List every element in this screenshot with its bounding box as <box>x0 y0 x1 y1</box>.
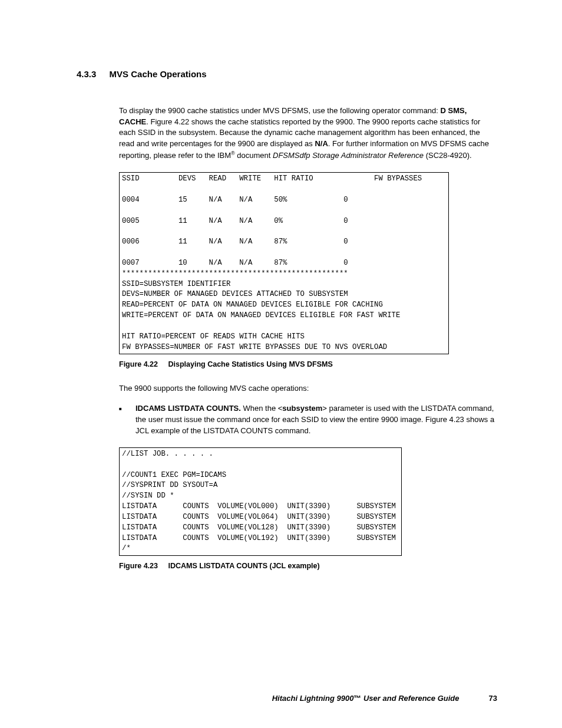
bullet-text: IDCAMS LISTDATA COUNTS. When the <subsys… <box>135 403 497 437</box>
registered-symbol: ® <box>231 150 235 156</box>
figure-caption-2: Figure 4.23 IDCAMS LISTDATA COUNTS (JCL … <box>119 561 497 571</box>
figure-caption-1: Figure 4.22 Displaying Cache Statistics … <box>119 359 497 370</box>
figure-title: IDCAMS LISTDATA COUNTS (JCL example) <box>168 562 319 570</box>
text: User and Reference Guide <box>361 694 459 703</box>
bullet-item: ■ IDCAMS LISTDATA COUNTS. When the <subs… <box>119 403 497 437</box>
supported-ops-paragraph: The 9900 supports the following MVS cach… <box>119 383 497 394</box>
body-content: To display the 9900 cache statistics und… <box>119 106 497 572</box>
section-heading: 4.3.3 MVS Cache Operations <box>77 68 497 81</box>
section-title: MVS Cache Operations <box>110 69 207 79</box>
code-block-jcl: //LIST JOB. . . . . . //COUNT1 EXEC PGM=… <box>119 447 402 556</box>
section-number: 4.3.3 <box>77 68 96 81</box>
footer-doc-title: Hitachi Lightning 9900™ User and Referen… <box>272 693 459 704</box>
text: (SC28-4920). <box>424 151 472 160</box>
page-number: 73 <box>489 693 497 704</box>
figure-number: Figure 4.23 <box>119 562 158 570</box>
text: document <box>235 151 273 160</box>
figure-title: Displaying Cache Statistics Using MVS DF… <box>168 360 332 368</box>
text: To display the 9900 cache statistics und… <box>119 106 441 115</box>
text: When the < <box>241 404 282 413</box>
text: Hitachi Lightning 9900 <box>272 694 354 703</box>
page: 4.3.3 MVS Cache Operations To display th… <box>0 0 562 728</box>
tm-symbol: ™ <box>353 694 361 703</box>
subsystem-param: subsystem <box>282 404 322 413</box>
code-block-cache-stats: SSID DEVS READ WRITE HIT RATIO FW BYPASS… <box>119 172 449 354</box>
intro-paragraph: To display the 9900 cache statistics und… <box>119 106 497 162</box>
figure-number: Figure 4.22 <box>119 360 158 368</box>
doc-title: DFSMSdfp Storage Administrator Reference <box>273 151 424 160</box>
bullet-icon: ■ <box>119 403 135 437</box>
bullet-lead: IDCAMS LISTDATA COUNTS. <box>135 404 241 413</box>
page-footer: Hitachi Lightning 9900™ User and Referen… <box>77 693 497 704</box>
na-value: N/A <box>315 139 328 148</box>
